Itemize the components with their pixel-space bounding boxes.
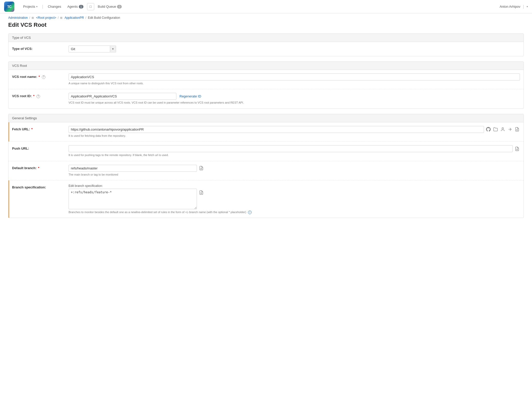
vcs-root-name-label: VCS root name: * ? (12, 74, 69, 79)
person-icon[interactable] (500, 126, 506, 132)
branch-spec-sub-label: Edit branch specification: (69, 184, 520, 188)
vcs-root-name-hint: A unique name to distinguish this VCS ro… (69, 81, 520, 85)
branch-spec-control: Edit branch specification: Branches to m… (69, 184, 520, 214)
vcs-root-id-control: Regenerate ID VCS root ID must be unique… (69, 93, 520, 105)
svg-point-0 (502, 128, 504, 129)
user-name: Anton Arhipov (500, 5, 520, 8)
branch-spec-row: Branch specification: Edit branch specif… (8, 180, 524, 218)
default-branch-required: * (38, 166, 39, 170)
type-of-vcs-section-header: Type of VCS (8, 34, 524, 42)
vcs-root-name-control: A unique name to distinguish this VCS ro… (69, 74, 520, 85)
agents-status-icon: □ (90, 5, 92, 8)
breadcrumb: Administration / ⊞ <Root project> / ⊞ Ap… (0, 13, 532, 21)
default-branch-row: Default branch: * The main branch or tag… (8, 161, 524, 180)
vcs-root-id-label: VCS root ID: * ? (12, 93, 69, 98)
vcs-root-section-header: VCS Root (8, 62, 524, 70)
root-project-icon: ⊞ (32, 16, 34, 20)
fetch-url-required: * (31, 127, 33, 131)
push-url-label: Push URL: (12, 145, 69, 150)
vcs-root-id-row: VCS root ID: * ? Regenerate ID VCS root … (8, 89, 524, 108)
nav-separator-1: | (42, 4, 43, 9)
push-url-hint: It is used for pushing tags to the remot… (69, 153, 520, 157)
fetch-url-control: It is used for fetching data from the re… (69, 126, 520, 138)
vcs-root-id-input[interactable] (69, 93, 176, 100)
default-branch-doc-icon[interactable] (198, 165, 204, 171)
user-separator: | (523, 4, 524, 9)
type-of-vcs-select[interactable]: Git (69, 46, 110, 52)
nav-item-build-queue[interactable]: Build Queue 0 (95, 3, 125, 10)
fetch-arrow-icon[interactable] (507, 126, 513, 132)
vcs-root-name-required: * (39, 75, 40, 79)
vcs-root-name-input[interactable] (69, 74, 520, 80)
agents-icon-button[interactable]: □ (87, 3, 94, 10)
logo[interactable]: TC (4, 2, 14, 12)
branch-spec-label: Branch specification: (12, 184, 69, 189)
application-pr-icon: ⊞ (60, 16, 62, 20)
default-branch-control: The main branch or tag to be monitored (69, 165, 520, 177)
default-branch-label: Default branch: * (12, 165, 69, 170)
build-queue-badge: 0 (117, 5, 122, 8)
main-content: Type of VCS Type of VCS: Git ▾ VCS Root … (0, 33, 532, 218)
nav-item-projects[interactable]: Projects ▾ (21, 3, 40, 10)
nav-links: Projects ▾ | Changes Agents 1 □ Build Qu… (21, 3, 500, 10)
regenerate-id-link[interactable]: Regenerate ID (179, 94, 201, 98)
nav-item-changes[interactable]: Changes (45, 3, 64, 10)
general-settings-section: General Settings Fetch URL: * (8, 114, 524, 218)
type-of-vcs-row: Type of VCS: Git ▾ (8, 42, 524, 56)
breadcrumb-edit-build: Edit Build Configuration (88, 16, 120, 20)
fetch-url-input-row (69, 126, 520, 133)
user-menu-chevron-icon[interactable]: ▾ (527, 5, 528, 8)
branch-spec-textarea-wrapper (69, 189, 520, 209)
type-of-vcs-label: Type of VCS: (12, 46, 69, 51)
branch-spec-hint: Branches to monitor besides the default … (69, 210, 520, 214)
default-branch-input[interactable] (69, 165, 197, 172)
nav-item-agents[interactable]: Agents 1 (65, 3, 86, 10)
fetch-doc-icon[interactable] (514, 126, 520, 132)
vcs-root-name-help-icon[interactable]: ? (42, 75, 45, 79)
breadcrumb-sep-1: / (29, 16, 30, 20)
default-branch-hint: The main branch or tag to be monitored (69, 173, 520, 177)
logo-text: TC (7, 5, 12, 9)
branch-spec-textarea[interactable] (69, 189, 197, 209)
fetch-url-hint: It is used for fetching data from the re… (69, 134, 520, 138)
vcs-root-id-row-control: Regenerate ID (69, 93, 520, 100)
vcs-root-id-help-icon[interactable]: ? (36, 95, 40, 98)
github-icon[interactable] (486, 126, 491, 132)
breadcrumb-root-project[interactable]: <Root project> (36, 16, 56, 20)
fetch-url-input[interactable] (69, 126, 484, 133)
breadcrumb-application-pr[interactable]: ApplicationPR (64, 16, 84, 20)
type-of-vcs-select-wrapper[interactable]: Git ▾ (69, 46, 116, 52)
vcs-root-section: VCS Root VCS root name: * ? A unique nam… (8, 61, 524, 109)
push-url-input-row (69, 145, 520, 152)
vcs-root-id-hint: VCS root ID must be unique across all VC… (69, 101, 520, 105)
fetch-url-label: Fetch URL: * (12, 126, 69, 131)
breadcrumb-sep-2: / (58, 16, 59, 20)
push-url-input[interactable] (69, 145, 513, 152)
breadcrumb-administration[interactable]: Administration (8, 16, 28, 20)
fetch-url-row: Fetch URL: * (8, 122, 524, 142)
breadcrumb-sep-3: / (86, 16, 86, 20)
push-doc-icon[interactable] (514, 146, 520, 152)
agents-badge: 1 (79, 5, 83, 8)
type-of-vcs-control: Git ▾ (69, 46, 520, 52)
top-navigation: TC Projects ▾ | Changes Agents 1 □ Build… (0, 0, 532, 13)
vcs-root-id-required: * (33, 94, 34, 98)
push-url-control: It is used for pushing tags to the remot… (69, 145, 520, 157)
general-settings-header: General Settings (8, 114, 524, 122)
user-area: Anton Arhipov | ▾ (500, 4, 528, 9)
type-of-vcs-section: Type of VCS Type of VCS: Git ▾ (8, 33, 524, 56)
vcs-root-name-row: VCS root name: * ? A unique name to dist… (8, 70, 524, 89)
branch-spec-help-icon[interactable]: ? (248, 211, 252, 214)
folder-icon[interactable] (493, 126, 498, 132)
branch-spec-doc-icon[interactable] (198, 190, 204, 195)
chevron-down-icon: ▾ (36, 5, 37, 8)
select-arrow-icon[interactable]: ▾ (110, 46, 116, 52)
push-url-row: Push URL: It is used for pushing tags to… (8, 142, 524, 161)
default-branch-input-row (69, 165, 520, 172)
page-title: Edit VCS Root (0, 21, 532, 33)
logo-area[interactable]: TC (4, 2, 14, 12)
